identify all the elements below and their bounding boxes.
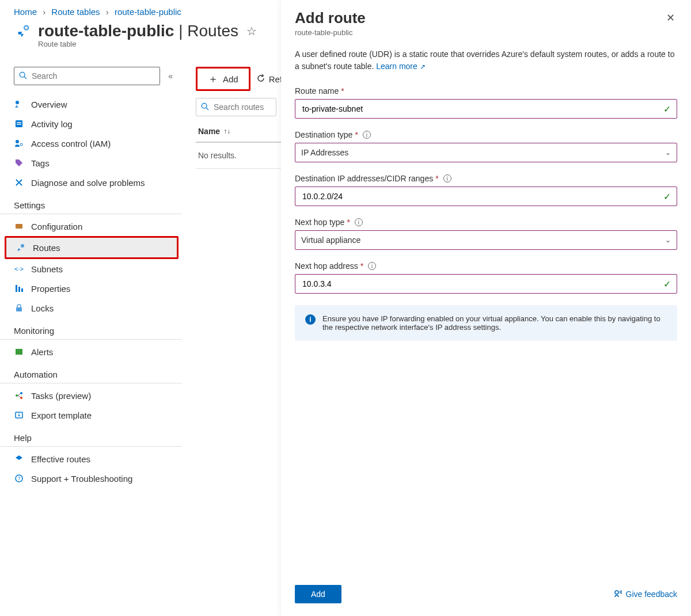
refresh-icon — [256, 74, 265, 85]
sidebar-item-subnets[interactable]: <·> Subnets — [0, 259, 182, 279]
svg-line-21 — [18, 394, 20, 396]
svg-point-28 — [615, 591, 618, 594]
add-route-button[interactable]: ＋ Add — [199, 70, 248, 88]
svg-rect-6 — [17, 122, 21, 123]
sidebar-item-activity-log[interactable]: Activity log — [0, 114, 182, 134]
sidebar-search-input[interactable] — [31, 71, 155, 81]
sidebar-item-label: Support + Troubleshooting — [31, 474, 132, 484]
add-route-panel: Add route route-table-public ✕ A user de… — [281, 0, 691, 616]
route-name-label: Route name * — [295, 86, 677, 96]
sidebar-section-settings: Settings — [0, 192, 182, 214]
feedback-icon — [613, 589, 622, 600]
svg-rect-17 — [16, 349, 22, 355]
lock-icon — [14, 303, 24, 313]
svg-rect-16 — [16, 307, 22, 311]
sidebar-item-label: Properties — [31, 284, 70, 294]
next-hop-address-input[interactable] — [301, 279, 663, 289]
diagnose-icon — [14, 177, 24, 188]
refresh-label: Ref — [269, 74, 282, 84]
sidebar-item-tags[interactable]: Tags — [0, 153, 182, 173]
configuration-icon — [14, 221, 24, 231]
sidebar-item-access-control[interactable]: Access control (IAM) — [0, 134, 182, 153]
routes-search[interactable] — [196, 98, 276, 116]
sidebar-nav: Overview Activity log Access control (IA… — [0, 94, 182, 488]
svg-rect-10 — [16, 224, 22, 229]
sidebar-section-monitoring: Monitoring — [0, 318, 182, 340]
sidebar-item-locks[interactable]: Locks — [0, 298, 182, 318]
search-icon — [201, 102, 209, 112]
sidebar-item-export-template[interactable]: Export template — [0, 405, 182, 425]
breadcrumb-current[interactable]: route-table-public — [115, 7, 181, 17]
destination-ip-label: Destination IP addresses/CIDR ranges * i — [295, 174, 677, 183]
learn-more-link[interactable]: Learn more ↗ — [376, 62, 425, 71]
close-panel-icon[interactable]: ✕ — [664, 9, 677, 26]
svg-text:?: ? — [18, 476, 21, 481]
sidebar-item-label: Routes — [33, 243, 60, 253]
give-feedback-link[interactable]: Give feedback — [613, 589, 678, 600]
sidebar-item-alerts[interactable]: Alerts — [0, 342, 182, 362]
breadcrumb-route-tables[interactable]: Route tables — [51, 7, 100, 17]
next-hop-address-field[interactable]: ✓ — [295, 274, 677, 294]
sidebar-item-label: Export template — [31, 410, 92, 420]
sidebar-item-label: Alerts — [31, 347, 53, 357]
refresh-button[interactable]: Ref — [256, 74, 282, 85]
sidebar-search[interactable] — [14, 67, 160, 85]
info-icon[interactable]: i — [368, 262, 376, 270]
chevron-down-icon: ⌄ — [665, 236, 671, 244]
sidebar-item-support[interactable]: ? Support + Troubleshooting — [0, 469, 182, 488]
svg-point-19 — [20, 392, 22, 394]
svg-point-9 — [20, 143, 22, 146]
sidebar-item-routes[interactable]: Routes — [6, 238, 177, 257]
info-icon[interactable]: i — [363, 131, 371, 139]
chevron-down-icon: ⌄ — [665, 149, 671, 157]
svg-text:<·>: <·> — [14, 265, 24, 272]
svg-line-22 — [18, 396, 20, 397]
sidebar-item-label: Access control (IAM) — [31, 139, 111, 149]
svg-rect-13 — [16, 285, 17, 292]
chevron-right-icon: › — [43, 7, 45, 17]
sidebar-item-overview[interactable]: Overview — [0, 94, 182, 114]
collapse-sidebar-icon[interactable]: « — [166, 69, 175, 83]
tasks-icon — [14, 390, 24, 401]
panel-description: A user defined route (UDR) is a static r… — [295, 48, 677, 73]
sidebar-item-properties[interactable]: Properties — [0, 279, 182, 298]
plus-icon: ＋ — [208, 72, 218, 86]
info-icon[interactable]: i — [443, 174, 451, 182]
svg-point-26 — [202, 103, 207, 108]
access-control-icon — [14, 138, 24, 149]
chevron-right-icon: › — [106, 7, 109, 17]
svg-rect-7 — [17, 124, 21, 125]
route-name-input[interactable] — [301, 104, 663, 114]
add-submit-button[interactable]: Add — [295, 585, 341, 603]
sidebar-section-automation: Automation — [0, 362, 182, 383]
sidebar-item-effective-routes[interactable]: Effective routes — [0, 449, 182, 469]
properties-icon — [14, 283, 24, 294]
destination-type-select[interactable]: IP Addresses ⌄ — [295, 143, 677, 162]
next-hop-address-label: Next hop address * i — [295, 261, 677, 271]
overview-icon — [14, 99, 24, 109]
tags-icon — [14, 158, 24, 168]
sidebar-item-label: Subnets — [31, 264, 63, 274]
destination-ip-field[interactable]: ✓ — [295, 187, 677, 206]
sidebar-item-diagnose[interactable]: Diagnose and solve problems — [0, 173, 182, 192]
next-hop-type-select[interactable]: Virtual appliance ⌄ — [295, 230, 677, 250]
info-badge-icon: i — [305, 314, 316, 325]
destination-ip-input[interactable] — [301, 191, 663, 201]
subnets-icon: <·> — [14, 264, 24, 274]
sidebar-item-label: Tasks (preview) — [31, 391, 91, 401]
external-link-icon: ↗ — [420, 63, 426, 71]
page-title: route-table-public | Routes — [38, 22, 238, 40]
favorite-star-icon[interactable]: ☆ — [246, 24, 257, 38]
sidebar-item-configuration[interactable]: Configuration — [0, 216, 182, 236]
destination-type-label: Destination type * i — [295, 130, 677, 139]
svg-rect-15 — [21, 288, 23, 292]
valid-check-icon: ✓ — [663, 191, 671, 202]
valid-check-icon: ✓ — [663, 104, 671, 115]
route-name-field[interactable]: ✓ — [295, 99, 677, 119]
info-icon[interactable]: i — [355, 218, 363, 226]
sidebar-item-tasks[interactable]: Tasks (preview) — [0, 386, 182, 405]
sidebar: « Overview Activity log Access control (… — [0, 60, 182, 616]
breadcrumb-home[interactable]: Home — [14, 7, 37, 17]
add-button-label: Add — [223, 74, 238, 84]
sidebar-item-label: Effective routes — [31, 454, 90, 464]
